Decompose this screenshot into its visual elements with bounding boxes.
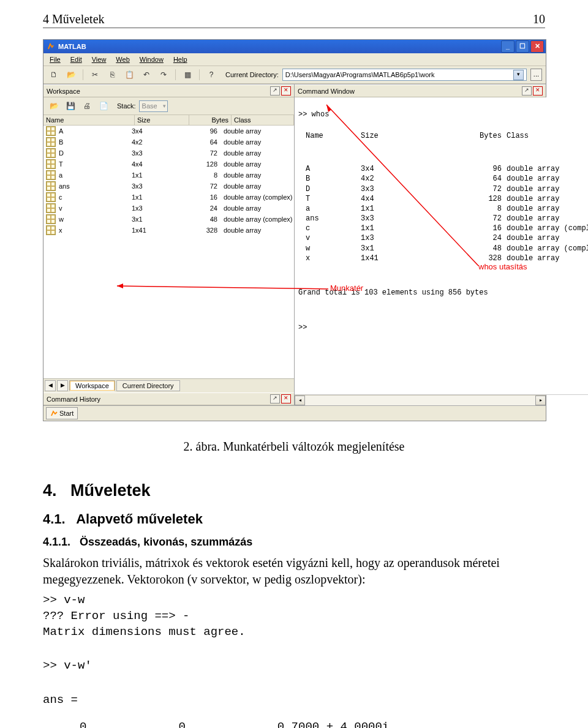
cmd-row: x1x41328double array [298,253,588,263]
code-block-3: ans = [43,692,545,708]
paste-icon[interactable]: 📋 [123,68,136,81]
command-window-title: Command Window ↗ ✕ [295,84,546,97]
var-size: 1x3 [132,205,181,212]
pane-close-button[interactable]: ✕ [281,394,291,403]
ws-save-icon[interactable]: 💾 [64,99,77,113]
redo-icon[interactable]: ↷ [157,68,170,81]
command-window-body[interactable]: >> whos Name Size Bytes Class A3x496doub… [295,97,588,395]
table-row[interactable]: T4x4128double array [43,159,294,170]
close-button[interactable]: ✕ [530,40,544,53]
maximize-button[interactable]: ☐ [516,40,529,53]
var-name: B [59,138,63,146]
subsection-heading: 4.1. Alapvető műveletek [43,511,545,527]
current-dir-input[interactable]: D:\Users\MagyarA\Programs\MATLAB6p5p1\wo… [282,69,527,81]
ans-val-0: 0 [80,720,86,728]
dropdown-icon[interactable]: ▾ [513,70,524,80]
table-row[interactable]: A3x496double array [43,126,294,137]
menu-web[interactable]: Web [112,54,133,64]
tab-prev-icon[interactable]: ◀ [45,380,56,391]
var-size: 4x4 [132,160,181,168]
var-bytes: 64 [181,138,224,146]
table-row[interactable]: a1x18double array [43,170,294,181]
menu-view[interactable]: View [88,54,110,64]
pane-close-button[interactable]: ✕ [281,86,291,96]
var-class: double array [224,149,294,157]
col-class[interactable]: Class [232,115,294,125]
undo-icon[interactable]: ↶ [140,68,153,81]
col-size[interactable]: Size [135,115,189,125]
matrix-icon [46,192,56,202]
pane-close-button[interactable]: ✕ [533,86,543,96]
scroll-right-icon[interactable]: ▸ [535,396,546,405]
ws-print-icon[interactable]: 🖨 [80,99,94,113]
var-class: double array [224,182,294,190]
undock-button[interactable]: ↗ [270,86,280,96]
ws-open-icon[interactable]: 📂 [47,99,61,113]
menu-window[interactable]: Window [136,54,167,64]
var-name: c [59,193,62,201]
cut-icon[interactable]: ✂ [88,68,102,81]
menubar: File Edit View Web Window Help [43,53,546,66]
header-page-number: 10 [533,12,545,26]
current-dir-value: D:\Users\MagyarA\Programs\MATLAB6p5p1\wo… [285,69,435,80]
var-name: A [59,127,63,135]
horizontal-scrollbar[interactable]: ◂ ▸ [295,395,546,405]
tab-workspace[interactable]: Workspace [69,380,115,391]
stack-dropdown[interactable]: Base [139,100,168,112]
simulink-icon[interactable]: ▦ [181,68,194,81]
subsection-number: 4.1. [43,511,66,527]
cmd-head-name: Name [298,131,361,141]
titlebar: MATLAB _ ☐ ✕ [43,40,546,53]
table-row[interactable]: w3x148double array (complex) [43,214,294,225]
var-size: 1x1 [132,193,181,201]
workspace-table-header: Name Size Bytes Class [43,115,294,126]
open-file-icon[interactable]: 📂 [64,68,78,81]
col-bytes[interactable]: Bytes [189,115,232,125]
menu-edit[interactable]: Edit [67,54,86,64]
copy-icon[interactable]: ⎘ [105,68,119,81]
subsubsection-number: 4.1.1. [43,536,70,548]
menu-help[interactable]: Help [170,54,191,64]
browse-button[interactable]: ... [530,69,542,81]
command-window-label: Command Window [298,88,355,95]
separator-icon [175,69,176,80]
var-name: x [59,227,62,234]
table-row[interactable]: x1x41328double array [43,225,294,236]
help-icon[interactable]: ? [205,68,218,81]
start-button[interactable]: Start [46,407,78,419]
var-bytes: 48 [181,216,224,223]
matrix-icon [46,170,56,180]
main-toolbar: 🗋 📂 ✂ ⎘ 📋 ↶ ↷ ▦ ? Current Directory: D:\… [43,66,546,84]
var-class: double array [224,160,294,168]
start-label: Start [59,410,74,417]
workspace-tab-strip: ◀ ▶ Workspace Current Directory [43,378,294,392]
undock-button[interactable]: ↗ [522,86,532,96]
cmd-row: A3x496double array [298,164,588,174]
figure-caption: 2. ábra. Munkatérbeli változók megjelení… [43,440,545,454]
cmd-head-bytes: Bytes [459,131,507,141]
table-row[interactable]: B4x264double array [43,137,294,148]
workspace-title-label: Workspace [47,88,80,95]
menu-file[interactable]: File [46,54,64,64]
cmd-row: B4x264double array [298,174,588,184]
scroll-left-icon[interactable]: ◂ [295,396,305,405]
table-row[interactable]: ans3x372double array [43,181,294,192]
new-file-icon[interactable]: 🗋 [47,68,61,81]
table-row[interactable]: c1x116double array (complex) [43,192,294,203]
annotation-munkater: Munkatér [330,283,363,293]
table-row[interactable]: v1x324double array [43,203,294,214]
matlab-screenshot: MATLAB _ ☐ ✕ File Edit View Web Window H… [43,39,546,421]
tab-next-icon[interactable]: ▶ [57,380,68,391]
minimize-button[interactable]: _ [501,40,514,53]
undock-button[interactable]: ↗ [270,394,280,403]
subsection-title: Alapvető műveletek [76,511,203,527]
section-heading: 4. Műveletek [43,481,545,500]
var-size: 3x4 [132,127,181,135]
tab-current-directory[interactable]: Current Directory [116,380,180,391]
cmd-head-size: Size [361,131,459,141]
col-name[interactable]: Name [43,115,135,125]
table-row[interactable]: D3x372double array [43,148,294,159]
cmd-head-class: Class [507,131,588,141]
var-bytes: 8 [181,171,224,179]
ws-new-icon[interactable]: 📄 [97,99,110,113]
